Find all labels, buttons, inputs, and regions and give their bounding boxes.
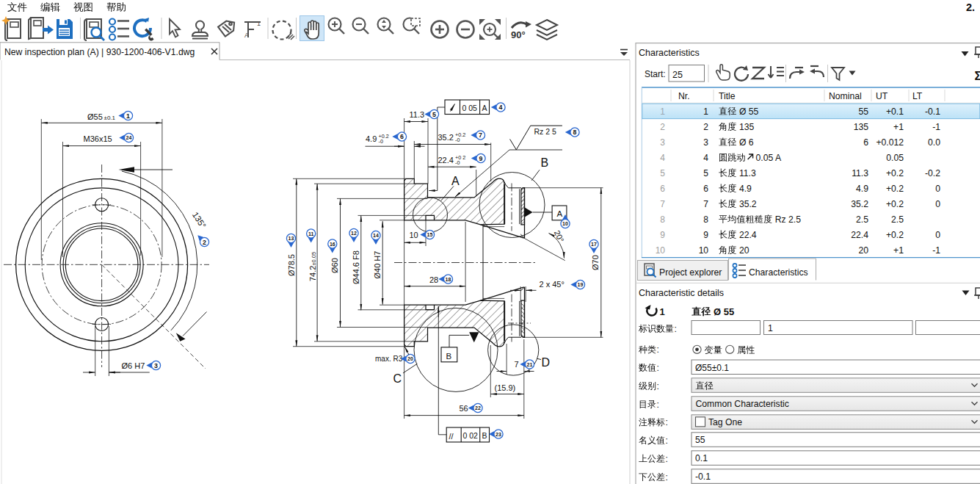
svg-text:90°: 90° <box>511 29 526 40</box>
svg-text:A: A <box>451 175 460 187</box>
svg-text:Ø6 H7: Ø6 H7 <box>122 361 145 370</box>
svg-text:A: A <box>244 32 249 39</box>
svg-text:-0: -0 <box>455 137 460 143</box>
svg-text:4: 4 <box>703 153 708 163</box>
svg-text:-0: -0 <box>455 159 460 166</box>
svg-text://: // <box>449 432 454 441</box>
svg-text:20: 20 <box>407 356 413 361</box>
svg-text:4: 4 <box>660 153 665 163</box>
svg-text:0 05: 0 05 <box>462 104 478 112</box>
svg-text:20: 20 <box>739 245 749 256</box>
svg-text:1: 1 <box>126 112 130 120</box>
svg-text:14: 14 <box>373 233 379 238</box>
svg-text:-0.1: -0.1 <box>695 472 711 482</box>
svg-text:25: 25 <box>672 70 683 80</box>
svg-text:Ø60: Ø60 <box>330 258 339 273</box>
svg-text:16: 16 <box>330 242 335 247</box>
svg-text:1: 1 <box>703 106 708 117</box>
svg-text:0.05 A: 0.05 A <box>756 153 782 163</box>
svg-text:5: 5 <box>660 168 665 178</box>
svg-text:21: 21 <box>527 362 533 367</box>
svg-text:Ø44.6 F8: Ø44.6 F8 <box>352 250 360 284</box>
svg-text:Ø 55: Ø 55 <box>714 306 734 317</box>
svg-text:11.3: 11.3 <box>852 168 868 178</box>
svg-text:0 02: 0 02 <box>463 431 479 440</box>
svg-text:D: D <box>542 356 551 369</box>
svg-text:24: 24 <box>126 135 132 140</box>
svg-text:6: 6 <box>660 184 665 194</box>
svg-text:±0.1: ±0.1 <box>104 115 116 121</box>
svg-text:135: 135 <box>739 122 755 132</box>
svg-text:Ø78.5: Ø78.5 <box>287 254 296 276</box>
svg-text:8: 8 <box>703 214 708 225</box>
svg-text:22: 22 <box>475 405 481 411</box>
svg-text::: : <box>666 472 668 483</box>
svg-text:17: 17 <box>591 242 597 247</box>
svg-text:35.2: 35.2 <box>739 199 757 209</box>
svg-text:10: 10 <box>562 221 568 226</box>
svg-text:10: 10 <box>410 231 418 239</box>
svg-text:7: 7 <box>479 131 482 139</box>
svg-text:A: A <box>557 209 563 218</box>
svg-text:Rz 2 5: Rz 2 5 <box>534 127 557 136</box>
svg-text::: : <box>657 363 659 373</box>
svg-text:12: 12 <box>351 231 357 236</box>
svg-text:1: 1 <box>660 306 665 317</box>
svg-text:3: 3 <box>154 362 158 369</box>
svg-text:23: 23 <box>496 432 501 437</box>
svg-text:7: 7 <box>703 199 708 209</box>
svg-text:2: 2 <box>203 239 206 246</box>
svg-text:2: 2 <box>703 122 708 132</box>
svg-text:1: 1 <box>257 20 261 27</box>
svg-text:-1: -1 <box>932 245 940 256</box>
svg-text:4.9: 4.9 <box>366 134 377 143</box>
svg-text:0.05: 0.05 <box>886 153 904 163</box>
svg-text:0.0: 0.0 <box>928 137 940 148</box>
svg-text:7: 7 <box>660 199 665 209</box>
svg-text:35.2: 35.2 <box>851 199 868 209</box>
svg-text:New inspection plan (A) | 930-: New inspection plan (A) | 930-1200-406-V… <box>4 47 195 57</box>
svg-text:8: 8 <box>660 214 665 225</box>
svg-text:7: 7 <box>515 360 519 369</box>
svg-text:B: B <box>482 431 487 440</box>
svg-text:6: 6 <box>703 184 708 194</box>
svg-text:11.3: 11.3 <box>410 110 425 119</box>
svg-text:0: 0 <box>935 199 940 209</box>
svg-text:22.4: 22.4 <box>851 230 868 240</box>
svg-text:28: 28 <box>429 275 438 284</box>
svg-text:+0.1: +0.1 <box>886 106 904 117</box>
svg-text:+0.2: +0.2 <box>886 168 904 178</box>
svg-text:5: 5 <box>432 111 436 118</box>
svg-text:1: 1 <box>768 323 773 333</box>
svg-text::: : <box>666 454 668 464</box>
svg-text:-0.1: -0.1 <box>925 106 940 117</box>
svg-text:LT: LT <box>912 91 923 101</box>
svg-text:2.5: 2.5 <box>891 214 904 225</box>
svg-text:3: 3 <box>703 137 708 148</box>
svg-text::: : <box>675 324 677 334</box>
svg-text::: : <box>657 344 659 355</box>
svg-text:6: 6 <box>400 133 404 140</box>
svg-text:20: 20 <box>858 245 868 256</box>
svg-text:+1: +1 <box>893 122 904 132</box>
svg-text:Σ: Σ <box>975 69 980 82</box>
svg-text:Ø40 H7: Ø40 H7 <box>373 251 382 279</box>
svg-text:Tag One: Tag One <box>708 417 742 427</box>
svg-text:Characteristic details: Characteristic details <box>639 288 724 298</box>
svg-text:0.1: 0.1 <box>695 453 708 463</box>
svg-text:Ø70: Ø70 <box>591 255 600 270</box>
svg-text:35.2: 35.2 <box>438 133 454 142</box>
svg-text:18: 18 <box>446 277 451 282</box>
svg-text:4.9: 4.9 <box>856 184 868 194</box>
svg-text:Ø 6: Ø 6 <box>739 137 754 148</box>
svg-text::: : <box>666 417 668 427</box>
svg-text:Nominal: Nominal <box>829 91 862 101</box>
svg-text:Nr.: Nr. <box>678 91 690 101</box>
svg-text:22.4: 22.4 <box>438 156 454 165</box>
svg-text::: : <box>657 381 659 391</box>
svg-text:2: 2 <box>660 122 665 132</box>
svg-text:10: 10 <box>699 245 709 256</box>
svg-text:4.9: 4.9 <box>739 184 752 194</box>
svg-text:13: 13 <box>288 236 294 241</box>
svg-text:3: 3 <box>660 137 665 148</box>
